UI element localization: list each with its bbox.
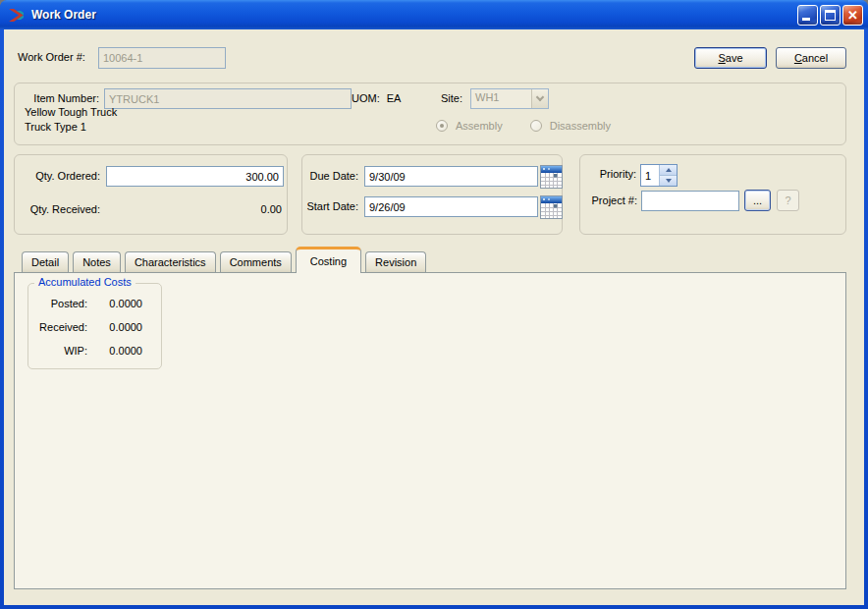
quantity-panel: Qty. Ordered: Qty. Received: 0.00 [14, 154, 288, 235]
item-description-line2: Truck Type 1 [25, 120, 86, 135]
posted-value: 0.0000 [87, 297, 142, 310]
spin-up-button[interactable] [660, 165, 677, 175]
received-label: Received: [30, 320, 87, 334]
maximize-icon [825, 10, 836, 21]
assembly-radio [436, 120, 448, 132]
qty-ordered-label: Qty. Ordered: [18, 166, 100, 187]
uom-value: EA [387, 92, 402, 104]
qty-received-label: Qty. Received: [18, 199, 100, 220]
tab-revision[interactable]: Revision [365, 251, 426, 272]
tab-bar: Detail Notes Characteristics Comments Co… [14, 247, 430, 272]
triangle-up-icon [666, 168, 672, 172]
wip-value: 0.0000 [87, 344, 142, 358]
disassembly-radio [530, 120, 542, 132]
mode-radio-group: Assembly Disassembly [436, 120, 638, 132]
work-order-number-field [98, 47, 226, 69]
uom-label: UOM: [352, 92, 380, 104]
groupbox-title: Accumulated Costs [34, 276, 136, 288]
titlebar[interactable]: Work Order ✕ [0, 0, 868, 29]
qty-ordered-field[interactable] [106, 166, 284, 187]
cost-row-wip: WIP: 0.0000 [30, 344, 159, 358]
minimize-button[interactable] [797, 5, 818, 26]
cancel-button[interactable]: Cancel [776, 47, 846, 69]
received-value: 0.0000 [87, 320, 142, 334]
project-help-button: ? [777, 190, 799, 211]
item-description-line1: Yellow Tough Truck [25, 105, 117, 120]
assembly-label: Assembly [456, 120, 503, 132]
combo-dropdown-button [531, 89, 548, 108]
tab-comments[interactable]: Comments [220, 251, 292, 272]
project-number-field[interactable] [641, 191, 739, 211]
tab-notes[interactable]: Notes [73, 251, 121, 272]
priority-panel: Priority: Project #: ... ? [579, 154, 846, 235]
minimize-icon [802, 18, 810, 21]
client-area: Work Order #: Save Cancel Item Number: U… [4, 29, 864, 605]
calendar-icon [540, 195, 563, 219]
due-date-label: Due Date: [306, 166, 358, 187]
site-combobox: WH1 [470, 88, 549, 109]
window-title: Work Order [31, 8, 797, 22]
tab-costing[interactable]: Costing [296, 247, 361, 273]
start-date-calendar-button[interactable] [540, 195, 563, 219]
spinner-buttons [659, 165, 677, 186]
tab-characteristics[interactable]: Characteristics [125, 251, 216, 272]
work-order-number-label: Work Order #: [18, 47, 85, 68]
item-panel: Item Number: UOM:EA Site: WH1 Yellow Tou… [14, 83, 846, 145]
costing-tab-content: Accumulated Costs Posted: 0.0000 Receive… [14, 272, 846, 589]
start-date-label: Start Date: [306, 196, 358, 217]
window-controls: ✕ [797, 5, 863, 26]
posted-label: Posted: [30, 297, 87, 310]
project-browse-button[interactable]: ... [744, 190, 771, 211]
tab-detail[interactable]: Detail [22, 251, 69, 272]
work-order-window: Work Order ✕ Work Order #: Save Cancel I… [0, 0, 868, 609]
app-icon [8, 7, 26, 23]
triangle-down-icon [666, 179, 672, 183]
calendar-icon [540, 165, 563, 189]
chevron-down-icon [536, 93, 544, 101]
priority-field[interactable] [641, 165, 659, 186]
qty-received-value: 0.00 [162, 199, 282, 220]
site-label: Site: [441, 88, 462, 109]
disassembly-label: Disassembly [550, 120, 611, 132]
save-button[interactable]: Save [694, 47, 767, 69]
site-value: WH1 [471, 89, 531, 108]
close-icon: ✕ [843, 6, 862, 25]
accumulated-costs-groupbox: Accumulated Costs Posted: 0.0000 Receive… [27, 283, 162, 369]
priority-label: Priority: [588, 164, 636, 185]
cost-row-posted: Posted: 0.0000 [30, 297, 159, 310]
wip-label: WIP: [30, 344, 87, 358]
maximize-button[interactable] [820, 5, 841, 26]
priority-spinner [640, 164, 678, 187]
uom-group: UOM:EA [352, 88, 407, 109]
item-number-field [104, 88, 352, 109]
close-button[interactable]: ✕ [842, 5, 863, 26]
due-date-field[interactable] [364, 166, 538, 187]
due-date-calendar-button[interactable] [540, 165, 563, 189]
dates-panel: Due Date: Start Date: [301, 154, 563, 235]
start-date-field[interactable] [364, 196, 538, 217]
project-number-label: Project #: [586, 191, 637, 211]
spin-down-button[interactable] [660, 175, 677, 186]
cost-row-received: Received: 0.0000 [30, 320, 159, 334]
